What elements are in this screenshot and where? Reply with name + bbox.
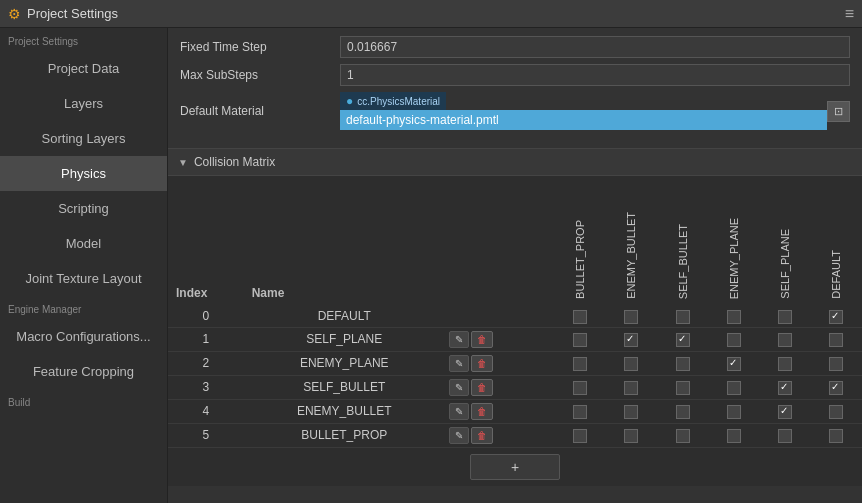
matrix-cell	[811, 306, 862, 327]
edit-layer-button[interactable]: ✎	[449, 379, 469, 396]
material-field-container: ● cc.PhysicsMaterial ⊡	[340, 92, 850, 130]
matrix-checkbox[interactable]	[573, 333, 587, 347]
edit-layer-button[interactable]: ✎	[449, 331, 469, 348]
delete-layer-button[interactable]: 🗑	[471, 331, 493, 348]
edit-layer-button[interactable]: ✎	[449, 355, 469, 372]
matrix-checkbox[interactable]	[624, 381, 638, 395]
add-layer-button[interactable]: +	[470, 454, 560, 480]
matrix-checkbox[interactable]	[778, 357, 792, 371]
matrix-checkbox[interactable]	[778, 429, 792, 443]
sidebar-item-layers[interactable]: Layers	[0, 86, 167, 121]
matrix-cell	[657, 351, 708, 375]
matrix-checkbox[interactable]	[676, 333, 690, 347]
matrix-checkbox[interactable]	[624, 357, 638, 371]
matrix-cell	[606, 399, 657, 423]
matrix-checkbox[interactable]	[778, 405, 792, 419]
add-row: +	[168, 448, 862, 486]
sidebar-item-scripting[interactable]: Scripting	[0, 191, 167, 226]
matrix-checkbox[interactable]	[829, 310, 843, 324]
sidebar-item-joint-texture-layout[interactable]: Joint Texture Layout	[0, 261, 167, 296]
index-header: Index	[168, 176, 244, 306]
matrix-checkbox[interactable]	[676, 357, 690, 371]
matrix-checkbox[interactable]	[573, 357, 587, 371]
matrix-checkbox[interactable]	[573, 429, 587, 443]
sidebar-item-macro-configurations[interactable]: Macro Configurations...	[0, 319, 167, 354]
matrix-checkbox[interactable]	[829, 429, 843, 443]
sidebar-item-model[interactable]: Model	[0, 226, 167, 261]
matrix-cell	[606, 423, 657, 447]
fields-section: Fixed Time Step Max SubSteps Default Mat…	[168, 28, 862, 144]
table-row: 3SELF_BULLET✎🗑	[168, 375, 862, 399]
matrix-cell	[555, 351, 606, 375]
edit-layer-button[interactable]: ✎	[449, 403, 469, 420]
matrix-checkbox[interactable]	[727, 429, 741, 443]
matrix-checkbox[interactable]	[727, 310, 741, 324]
main-layout: Project Settings Project Data Layers Sor…	[0, 28, 862, 503]
matrix-checkbox[interactable]	[573, 405, 587, 419]
matrix-checkbox[interactable]	[829, 405, 843, 419]
row-index: 1	[168, 327, 244, 351]
col-header-bullet-prop: BULLET_PROP	[555, 176, 606, 306]
delete-layer-button[interactable]: 🗑	[471, 403, 493, 420]
matrix-checkbox[interactable]	[829, 357, 843, 371]
matrix-checkbox[interactable]	[676, 381, 690, 395]
matrix-cell	[708, 351, 759, 375]
sidebar-item-physics[interactable]: Physics	[0, 156, 167, 191]
matrix-cell	[760, 351, 811, 375]
material-pick-button[interactable]: ⊡	[827, 101, 850, 122]
matrix-checkbox[interactable]	[624, 429, 638, 443]
matrix-checkbox[interactable]	[573, 381, 587, 395]
matrix-checkbox[interactable]	[676, 310, 690, 324]
sidebar-item-sorting-layers[interactable]: Sorting Layers	[0, 121, 167, 156]
default-material-label: Default Material	[180, 104, 340, 118]
matrix-checkbox[interactable]	[676, 405, 690, 419]
sidebar: Project Settings Project Data Layers Sor…	[0, 28, 168, 503]
matrix-checkbox[interactable]	[727, 381, 741, 395]
table-row: 4ENEMY_BULLET✎🗑	[168, 399, 862, 423]
matrix-cell	[811, 375, 862, 399]
actions-header	[445, 176, 555, 306]
collision-matrix-label: Collision Matrix	[194, 155, 275, 169]
matrix-cell	[555, 375, 606, 399]
matrix-cell	[760, 327, 811, 351]
matrix-checkbox[interactable]	[624, 405, 638, 419]
matrix-checkbox[interactable]	[778, 381, 792, 395]
edit-layer-button[interactable]: ✎	[449, 427, 469, 444]
max-substeps-input[interactable]	[340, 64, 850, 86]
title-bar: ⚙ Project Settings ≡	[0, 0, 862, 28]
collision-matrix-header[interactable]: ▼ Collision Matrix	[168, 148, 862, 176]
matrix-checkbox[interactable]	[727, 333, 741, 347]
matrix-cell	[760, 399, 811, 423]
table-row: 5BULLET_PROP✎🗑	[168, 423, 862, 447]
matrix-checkbox[interactable]	[727, 357, 741, 371]
default-material-input[interactable]	[340, 110, 827, 130]
delete-layer-button[interactable]: 🗑	[471, 379, 493, 396]
fixed-time-step-input[interactable]	[340, 36, 850, 58]
matrix-checkbox[interactable]	[829, 381, 843, 395]
matrix-checkbox[interactable]	[676, 429, 690, 443]
matrix-checkbox[interactable]	[573, 310, 587, 324]
matrix-checkbox[interactable]	[829, 333, 843, 347]
matrix-checkbox[interactable]	[624, 333, 638, 347]
matrix-cell	[708, 399, 759, 423]
matrix-checkbox[interactable]	[727, 405, 741, 419]
matrix-checkbox[interactable]	[624, 310, 638, 324]
sidebar-item-feature-cropping[interactable]: Feature Cropping	[0, 354, 167, 389]
matrix-checkbox[interactable]	[778, 333, 792, 347]
collision-matrix-section: ▼ Collision Matrix Index Name BULLET_PRO…	[168, 148, 862, 486]
delete-layer-button[interactable]: 🗑	[471, 427, 493, 444]
row-name: DEFAULT	[244, 306, 445, 327]
physics-material-badge: cc.PhysicsMaterial	[357, 96, 440, 107]
sidebar-item-project-data[interactable]: Project Data	[0, 51, 167, 86]
name-header: Name	[244, 176, 445, 306]
matrix-checkbox[interactable]	[778, 310, 792, 324]
collapse-arrow-icon: ▼	[178, 157, 188, 168]
matrix-cell	[657, 327, 708, 351]
matrix-cell	[811, 423, 862, 447]
delete-layer-button[interactable]: 🗑	[471, 355, 493, 372]
matrix-cell	[708, 306, 759, 327]
default-material-row: Default Material ● cc.PhysicsMaterial ⊡	[180, 92, 850, 130]
matrix-container: Index Name BULLET_PROP ENEMY_BULLET SELF…	[168, 176, 862, 486]
row-name: SELF_BULLET	[244, 375, 445, 399]
menu-icon[interactable]: ≡	[845, 5, 854, 23]
